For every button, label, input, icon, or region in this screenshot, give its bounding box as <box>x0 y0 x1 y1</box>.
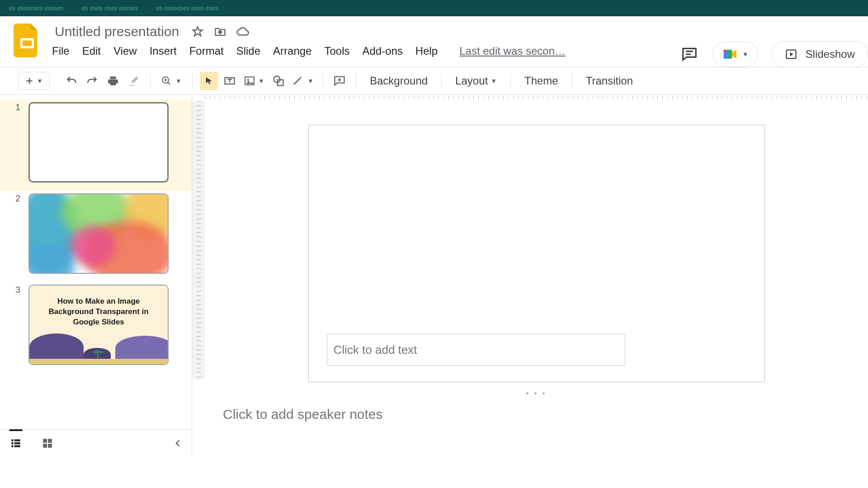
select-tool[interactable] <box>200 72 218 90</box>
star-icon[interactable] <box>191 25 204 38</box>
document-header: Untitled presentation File Edit View Ins… <box>0 16 868 58</box>
undo-button[interactable] <box>62 72 80 90</box>
slide-thumbnail-panel: 1 2 3 How to Make an Image Background Tr… <box>0 95 192 456</box>
slide-number: 3 <box>15 285 20 295</box>
slideshow-button[interactable]: Slideshow <box>772 41 868 67</box>
svg-rect-15 <box>14 445 20 447</box>
textbox-tool[interactable] <box>221 72 239 90</box>
shape-tool[interactable] <box>269 72 288 90</box>
move-icon[interactable] <box>213 25 227 38</box>
transition-button[interactable]: Transition <box>580 75 639 87</box>
image-tool[interactable]: ▼ <box>241 72 267 90</box>
caret-down-icon: ▼ <box>742 51 749 58</box>
menu-addons[interactable]: Add-ons <box>362 45 402 57</box>
browser-tab[interactable]: ▭ ▭▭▭▭ ▭▭ ▭▭ <box>156 4 219 12</box>
svg-rect-13 <box>14 442 20 444</box>
cloud-status-icon[interactable] <box>236 25 250 38</box>
svg-rect-9 <box>278 80 283 86</box>
theme-button[interactable]: Theme <box>518 75 565 87</box>
slide-preview <box>28 102 169 183</box>
slide-preview: How to Make an Image Background Transpar… <box>28 285 169 365</box>
slide-thumbnail[interactable]: 2 <box>0 191 192 282</box>
horizontal-ruler[interactable] <box>205 95 868 101</box>
paint-format-button[interactable] <box>125 72 143 90</box>
add-comment-button[interactable] <box>330 72 349 90</box>
thumbnail-footer <box>0 429 192 456</box>
svg-rect-14 <box>11 445 13 447</box>
slide-stage[interactable]: Click to add text <box>205 101 868 389</box>
slide-title-text: How to Make an Image Background Transpar… <box>29 286 168 328</box>
layout-label: Layout <box>455 75 488 87</box>
slide-preview <box>28 193 169 274</box>
browser-tab[interactable]: ▭ ▭▭▭▭ ▭▭▭ <box>9 4 63 12</box>
slideshow-label: Slideshow <box>806 48 855 61</box>
speaker-notes[interactable]: Click to add speaker notes <box>205 398 868 456</box>
line-tool[interactable]: ▼ <box>290 72 316 90</box>
notes-resize-handle[interactable]: • • • <box>205 389 868 398</box>
text-placeholder[interactable]: Click to add text <box>327 334 625 366</box>
toolbar: ▼ ▼ ▼ ▼ Background Layout▼ Theme Transit… <box>0 67 868 95</box>
slide-thumbnail[interactable]: 3 How to Make an Image Background Transp… <box>0 282 192 373</box>
zoom-button[interactable]: ▼ <box>158 72 185 90</box>
svg-rect-16 <box>43 439 47 443</box>
menu-help[interactable]: Help <box>415 45 438 57</box>
svg-rect-19 <box>48 444 52 448</box>
caret-down-icon: ▼ <box>491 77 497 84</box>
new-slide-button[interactable]: ▼ <box>18 72 50 90</box>
layout-button[interactable]: Layout▼ <box>449 75 503 87</box>
browser-tab-bar: ▭ ▭▭▭▭ ▭▭▭ ▭ ▭▭ ▭▭ ▭▭▭ ▭ ▭▭▭▭ ▭▭ ▭▭ <box>0 0 868 16</box>
grid-view-button[interactable] <box>32 432 63 455</box>
slides-logo-icon[interactable] <box>14 23 41 58</box>
slide-canvas[interactable]: Click to add text <box>308 125 765 382</box>
meet-button[interactable]: ▼ <box>713 42 758 67</box>
slide-thumbnail[interactable]: 1 <box>0 99 192 191</box>
comments-icon[interactable] <box>679 44 699 64</box>
redo-button[interactable] <box>83 72 101 90</box>
canvas-area: Click to add text • • • Click to add spe… <box>192 95 868 456</box>
collapse-panel-button[interactable] <box>165 430 192 457</box>
document-title[interactable]: Untitled presentation <box>52 23 182 40</box>
menu-file[interactable]: File <box>52 45 70 57</box>
svg-rect-17 <box>48 439 52 443</box>
vertical-ruler[interactable] <box>192 101 205 380</box>
slide-number: 2 <box>15 193 20 204</box>
svg-rect-18 <box>43 444 47 448</box>
menu-arrange[interactable]: Arrange <box>273 45 311 57</box>
menu-tools[interactable]: Tools <box>324 45 349 57</box>
print-button[interactable] <box>104 72 122 90</box>
svg-rect-11 <box>14 439 20 441</box>
background-button[interactable]: Background <box>363 75 434 87</box>
slide-number: 1 <box>15 102 20 113</box>
browser-tab[interactable]: ▭ ▭▭ ▭▭ ▭▭▭ <box>81 4 138 12</box>
svg-rect-12 <box>11 442 13 444</box>
menu-view[interactable]: View <box>113 45 137 57</box>
svg-rect-10 <box>11 439 13 441</box>
last-edit-status[interactable]: Last edit was secon… <box>459 45 566 57</box>
menu-slide[interactable]: Slide <box>236 45 260 57</box>
menu-insert[interactable]: Insert <box>150 45 177 57</box>
svg-rect-1 <box>23 41 32 47</box>
menu-format[interactable]: Format <box>189 45 224 57</box>
filmstrip-view-button[interactable] <box>0 432 32 455</box>
menu-edit[interactable]: Edit <box>82 45 101 57</box>
svg-point-7 <box>247 79 249 81</box>
